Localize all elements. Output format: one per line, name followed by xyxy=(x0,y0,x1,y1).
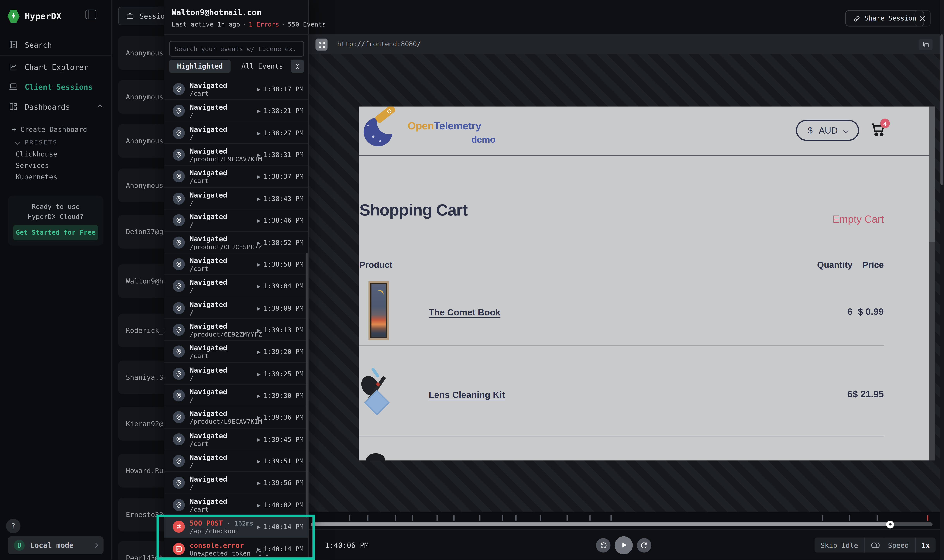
last-active: Last active 1h ago xyxy=(172,20,240,28)
session-list-item[interactable]: Anonymous xyxy=(118,80,164,114)
event-row[interactable]: Navigated/▶1:39:30 PM xyxy=(165,385,308,406)
event-row[interactable]: Navigated/cart▶1:39:45 PM xyxy=(165,428,308,450)
get-started-button[interactable]: Get Started for Free xyxy=(13,225,98,240)
play-from-event-icon: ▶ xyxy=(257,87,260,92)
session-list-item[interactable]: Kieran92@h xyxy=(118,407,164,440)
event-time: ▶1:39:04 PM xyxy=(257,283,303,290)
event-path: / xyxy=(189,484,194,491)
sidebar-item-chart-explorer[interactable]: Chart Explorer xyxy=(0,57,112,76)
local-mode-menu[interactable]: U Local mode xyxy=(8,536,103,554)
tab-sessions[interactable]: Sessions xyxy=(118,6,164,25)
cloud-promo-card: Ready to use HyperDX Cloud? Get Started … xyxy=(8,195,103,246)
event-time: ▶1:39:45 PM xyxy=(257,436,303,443)
share-session-button[interactable]: Share Session xyxy=(845,10,924,26)
session-list-item[interactable]: Anonymous xyxy=(118,124,164,158)
play-from-event-icon: ▶ xyxy=(257,459,260,464)
speed-label[interactable]: Speed xyxy=(882,537,915,553)
sidebar-item-search[interactable]: Search xyxy=(0,35,112,54)
presets-toggle[interactable]: PRESETS xyxy=(0,136,112,147)
event-title: Navigated xyxy=(189,388,227,396)
speed-value[interactable]: 1x xyxy=(916,537,936,553)
event-row[interactable]: Navigated/cart▶1:38:58 PM xyxy=(165,253,308,275)
event-search-input[interactable] xyxy=(169,41,304,57)
currency-selector[interactable]: $ AUD xyxy=(796,120,859,141)
session-list-item[interactable]: Anonymous xyxy=(118,36,164,70)
timeline-tick xyxy=(589,515,590,521)
session-list-item[interactable]: Roderick_S xyxy=(118,314,164,347)
cloud-promo-text: Ready to use HyperDX Cloud? xyxy=(8,195,103,222)
session-list-item[interactable]: Walton9@ho xyxy=(118,264,164,298)
sessions-column: Sessions AnonymousAnonymousAnonymousAnon… xyxy=(112,0,164,560)
create-dashboard-button[interactable]: + Create Dashboard xyxy=(0,123,112,135)
event-list-scrollbar[interactable] xyxy=(306,253,308,518)
fast-forward-button[interactable] xyxy=(637,538,651,552)
sidebar-item-services[interactable]: Services xyxy=(0,160,112,171)
sidebar-item-dashboards[interactable]: Dashboards xyxy=(0,97,112,116)
event-row[interactable]: Navigated/▶1:39:09 PM xyxy=(165,297,308,319)
sidebar-collapse-icon[interactable] xyxy=(85,10,96,19)
window-scrollbar[interactable] xyxy=(940,0,944,560)
event-path: /cart xyxy=(189,440,209,447)
event-row[interactable]: Navigated/cart▶1:38:37 PM xyxy=(165,166,308,188)
page-scrollbar[interactable] xyxy=(929,106,935,460)
session-list-item[interactable]: Anonymous xyxy=(118,168,164,202)
sidebar-item-client-sessions[interactable]: Client Sessions xyxy=(0,77,112,96)
maximize-button[interactable] xyxy=(316,38,328,51)
replay-timeline[interactable] xyxy=(309,512,944,529)
timeline-error-tick xyxy=(927,515,928,521)
otel-demo-logo-icon[interactable] xyxy=(363,115,395,146)
event-row[interactable]: Navigated/cart▶1:39:20 PM xyxy=(165,341,308,363)
timeline-playhead[interactable] xyxy=(886,520,894,528)
divider xyxy=(359,436,884,436)
event-row[interactable]: Navigated/▶1:39:04 PM xyxy=(165,275,308,297)
current-time: 1:40:06 PM xyxy=(325,529,369,560)
annotation-highlight-box xyxy=(157,515,315,560)
product-link[interactable]: The Comet Book xyxy=(429,307,500,317)
event-time: ▶1:38:52 PM xyxy=(257,239,303,246)
event-row[interactable]: Navigated/product/6E92ZMYYFZ▶1:39:13 PM xyxy=(165,319,308,341)
event-path: / xyxy=(189,286,194,294)
event-row[interactable]: Navigated/▶1:39:25 PM xyxy=(165,363,308,385)
event-row[interactable]: Navigated/▶1:38:27 PM xyxy=(165,122,308,144)
cart-button[interactable]: 4 xyxy=(870,121,888,139)
rewind-button[interactable] xyxy=(596,538,610,552)
close-icon xyxy=(919,14,926,22)
event-row[interactable]: Navigated/product/OLJCESPC7Z▶1:38:52 PM xyxy=(165,231,308,253)
event-row[interactable]: Navigated/▶1:38:21 PM xyxy=(165,100,308,122)
event-title: Navigated xyxy=(189,344,227,352)
session-list-item[interactable]: Howard.Run xyxy=(118,454,164,488)
play-from-event-icon: ▶ xyxy=(257,197,260,202)
collapse-events-button[interactable] xyxy=(291,60,304,73)
journal-icon xyxy=(9,40,18,49)
event-row[interactable]: Navigated/▶1:39:56 PM xyxy=(165,472,308,494)
sidebar-item-clickhouse[interactable]: Clickhouse xyxy=(0,148,112,160)
timeline-event-ticks xyxy=(311,515,933,521)
timeline-tick xyxy=(849,515,850,521)
event-row[interactable]: Navigated/cart▶1:40:02 PM xyxy=(165,494,308,516)
copy-url-button[interactable] xyxy=(919,39,932,50)
laptop-icon xyxy=(9,82,18,92)
empty-cart-button[interactable]: Empty Cart xyxy=(763,214,884,226)
product-link[interactable]: Lens Cleaning Kit xyxy=(429,389,505,400)
play-button[interactable] xyxy=(615,536,633,554)
column-header-product: Product xyxy=(359,260,393,270)
location-pin-icon xyxy=(173,280,185,292)
event-row[interactable]: Navigated/product/L9ECAV7KIM▶1:38:31 PM xyxy=(165,144,308,166)
session-list-item[interactable]: Deion37@gm xyxy=(118,215,164,249)
event-title: Navigated xyxy=(189,82,227,90)
help-button[interactable]: ? xyxy=(6,519,20,533)
event-row[interactable]: Navigated/▶1:38:43 PM xyxy=(165,188,308,209)
event-row[interactable]: Navigated/cart▶1:38:17 PM xyxy=(165,78,308,100)
location-pin-icon xyxy=(173,236,185,248)
sidebar-item-kubernetes[interactable]: Kubernetes xyxy=(0,171,112,182)
event-row[interactable]: Navigated/product/L9ECAV7KIM▶1:39:36 PM xyxy=(165,406,308,428)
close-session-button[interactable] xyxy=(915,10,931,26)
play-from-event-icon: ▶ xyxy=(257,394,260,398)
tab-highlighted[interactable]: Highlighted xyxy=(169,60,231,73)
event-row[interactable]: Navigated/▶1:39:51 PM xyxy=(165,450,308,472)
session-list-item[interactable]: Shaniya.Sc xyxy=(118,360,164,394)
tab-all-events[interactable]: All Events xyxy=(237,60,288,73)
timeline-track[interactable] xyxy=(311,522,933,526)
event-row[interactable]: Navigated/▶1:38:46 PM xyxy=(165,209,308,231)
speed-control: Speed 1x xyxy=(882,537,936,553)
